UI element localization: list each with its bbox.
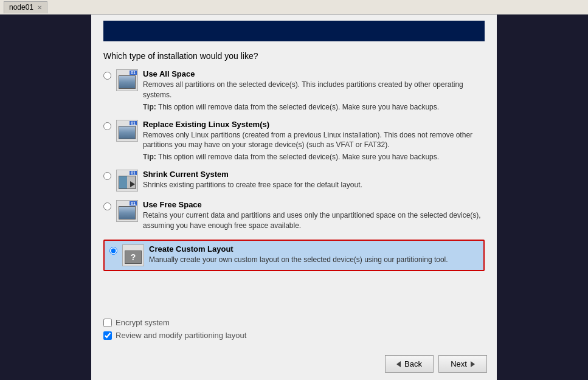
right-panel (497, 15, 588, 380)
icon-replace-existing: 01 (116, 120, 138, 142)
text-create-custom-layout: Create Custom Layout Manually create you… (149, 244, 479, 265)
installation-options: 01 Use All Space Removes all partitions … (103, 69, 485, 271)
review-modify-label: Review and modify partitioning layout (116, 331, 246, 340)
radio-use-all-space[interactable] (103, 72, 111, 80)
radio-use-free-space[interactable] (103, 202, 111, 210)
tab-label: node01 (9, 3, 33, 12)
main-content: Which type of installation would you lik… (91, 15, 497, 380)
left-panel (0, 15, 91, 380)
text-use-free-space: Use Free Space Retains your current data… (143, 200, 485, 231)
icon-shrink-current: 01 (116, 170, 138, 192)
title-replace-existing: Replace Existing Linux System(s) (143, 120, 485, 129)
desc-create-custom-layout: Manually create your own custom layout o… (149, 255, 479, 265)
text-shrink-current: Shrink Current System Shrinks existing p… (143, 170, 485, 190)
top-banner (103, 21, 485, 41)
titlebar: node01 ✕ (0, 0, 588, 15)
desc-replace-existing: Removes only Linux partitions (created f… (143, 130, 485, 151)
encrypt-system-label: Encrypt system (116, 318, 170, 327)
back-button[interactable]: Back (385, 355, 434, 373)
text-use-all-space: Use All Space Removes all partitions on … (143, 69, 485, 111)
desc-use-free-space: Retains your current data and partitions… (143, 210, 485, 231)
checkbox-review-modify[interactable]: Review and modify partitioning layout (103, 331, 246, 340)
option-use-free-space[interactable]: 01 Use Free Space Retains your current d… (103, 200, 485, 231)
checkbox-encrypt-system[interactable]: Encrypt system (103, 318, 246, 327)
text-replace-existing: Replace Existing Linux System(s) Removes… (143, 120, 485, 162)
desc-use-all-space: Removes all partitions on the selected d… (143, 80, 485, 100)
title-shrink-current: Shrink Current System (143, 170, 485, 179)
icon-use-all-space: 01 (116, 69, 138, 91)
installation-question: Which type of installation would you lik… (103, 51, 485, 61)
radio-replace-existing[interactable] (103, 122, 111, 130)
icon-create-custom-layout: ? (122, 244, 144, 266)
option-create-custom-layout[interactable]: ? Create Custom Layout Manually create y… (103, 240, 485, 271)
tip-use-all-space: Tip: This option will remove data from t… (143, 103, 485, 111)
title-use-free-space: Use Free Space (143, 200, 485, 209)
option-shrink-current[interactable]: 01 Shrink Current System Shrinks existin… (103, 170, 485, 192)
desc-shrink-current: Shrinks existing partitions to create fr… (143, 180, 485, 190)
radio-create-custom-layout[interactable] (109, 247, 117, 255)
encrypt-system-checkbox[interactable] (103, 319, 112, 327)
titlebar-tab[interactable]: node01 ✕ (4, 1, 47, 13)
tip-replace-existing: Tip: This option will remove data from t… (143, 153, 485, 161)
icon-use-free-space: 01 (116, 200, 138, 222)
checkboxes-area: Encrypt system Review and modify partiti… (103, 318, 246, 344)
bottom-buttons: Back Next (385, 355, 487, 373)
next-label: Next (451, 359, 467, 368)
review-modify-checkbox[interactable] (103, 331, 112, 340)
back-arrow-icon (396, 361, 401, 367)
next-button[interactable]: Next (438, 355, 487, 373)
back-label: Back (404, 359, 422, 368)
next-arrow-icon (471, 361, 475, 367)
title-create-custom-layout: Create Custom Layout (149, 244, 479, 254)
title-use-all-space: Use All Space (143, 69, 485, 78)
option-use-all-space[interactable]: 01 Use All Space Removes all partitions … (103, 69, 485, 111)
radio-shrink-current[interactable] (103, 172, 111, 180)
option-replace-existing[interactable]: 01 Replace Existing Linux System(s) Remo… (103, 120, 485, 162)
close-icon[interactable]: ✕ (37, 4, 42, 11)
